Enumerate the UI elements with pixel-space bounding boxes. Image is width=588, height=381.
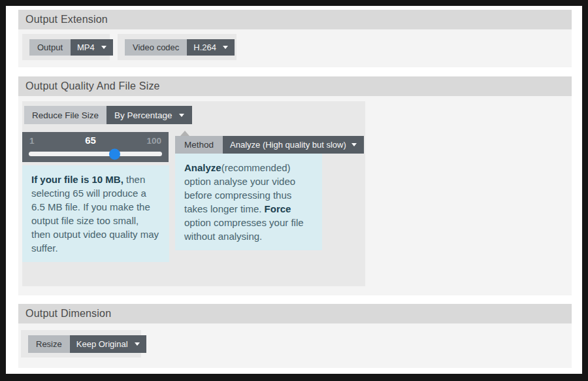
- section-header: Output Quality And File Size: [18, 76, 572, 96]
- file-size-info-box: If your file is 10 MB, then selecting 65…: [22, 165, 169, 262]
- method-label: Method: [175, 136, 223, 154]
- chevron-down-icon: [101, 46, 106, 49]
- resize-panel: Resize Keep Original: [21, 330, 141, 357]
- percentage-slider-panel: 1 65 100: [22, 132, 169, 162]
- section-header: Output Dimension: [18, 304, 572, 323]
- app-window-frame: Output Extension Output MP4 Video codec …: [0, 0, 588, 381]
- section-output-dimension: Output Dimension Resize Keep Original: [18, 304, 572, 368]
- video-codec-label: Video codec: [125, 39, 187, 56]
- video-codec-control: Video codec H.264: [125, 39, 235, 56]
- slider-labels: 1 65 100: [22, 132, 169, 146]
- slider-max-label: 100: [146, 136, 161, 146]
- file-size-info-text: then selecting 65 will produce a 6.5 MB …: [31, 174, 159, 254]
- video-codec-panel: Video codec H.264: [118, 34, 237, 60]
- chevron-down-icon: [351, 143, 357, 146]
- quality-settings-panel: Reduce File Size By Percentage 1 65 100: [22, 101, 365, 286]
- section-header: Output Extension: [18, 10, 572, 29]
- slider-track[interactable]: [29, 152, 162, 156]
- output-format-control: Output MP4: [29, 39, 113, 56]
- resize-control: Resize Keep Original: [28, 335, 146, 353]
- section-output-extension: Output Extension Output MP4 Video codec …: [18, 10, 572, 67]
- method-info-bold-force: Force: [265, 203, 291, 214]
- method-value: Analyze (High quality but slow): [230, 140, 346, 150]
- slider-thumb[interactable]: [109, 148, 120, 159]
- reduce-mode-dropdown[interactable]: By Percentage: [106, 106, 192, 124]
- section-title-output-quality: Output Quality And File Size: [25, 80, 160, 92]
- section-output-quality: Output Quality And File Size Reduce File…: [18, 76, 572, 295]
- method-info-text-2: option compresses your file without anal…: [184, 217, 304, 242]
- method-dropdown[interactable]: Analyze (High quality but slow): [223, 136, 364, 154]
- method-control: Method Analyze (High quality but slow): [175, 136, 364, 154]
- output-format-dropdown[interactable]: MP4: [71, 39, 113, 56]
- chevron-down-icon: [179, 114, 184, 117]
- file-size-info-bold: If your file is 10 MB,: [31, 174, 123, 185]
- resize-dropdown[interactable]: Keep Original: [70, 335, 146, 353]
- reduce-file-size-label: Reduce File Size: [24, 106, 106, 124]
- resize-label: Resize: [28, 335, 70, 353]
- resize-value: Keep Original: [76, 339, 128, 349]
- section-title-output-dimension: Output Dimension: [25, 308, 111, 320]
- slider-current-value: 65: [85, 135, 96, 146]
- output-format-value: MP4: [77, 42, 95, 52]
- chevron-down-icon: [135, 342, 140, 346]
- reduce-mode-value: By Percentage: [114, 110, 172, 120]
- video-codec-value: H.264: [193, 42, 216, 52]
- method-info-box: Analyze(recommended) option analyse your…: [175, 154, 322, 250]
- chevron-down-icon: [223, 46, 228, 49]
- output-format-panel: Output MP4: [22, 34, 110, 60]
- output-format-label: Output: [29, 39, 71, 56]
- slider-min-label: 1: [29, 136, 35, 146]
- settings-page: Output Extension Output MP4 Video codec …: [6, 6, 582, 374]
- reduce-file-size-control: Reduce File Size By Percentage: [24, 106, 192, 124]
- section-title-output-extension: Output Extension: [25, 14, 108, 25]
- tooltip-arrow-icon: [180, 131, 189, 136]
- method-info-bold-analyze: Analyze: [184, 162, 221, 173]
- video-codec-dropdown[interactable]: H.264: [187, 39, 235, 56]
